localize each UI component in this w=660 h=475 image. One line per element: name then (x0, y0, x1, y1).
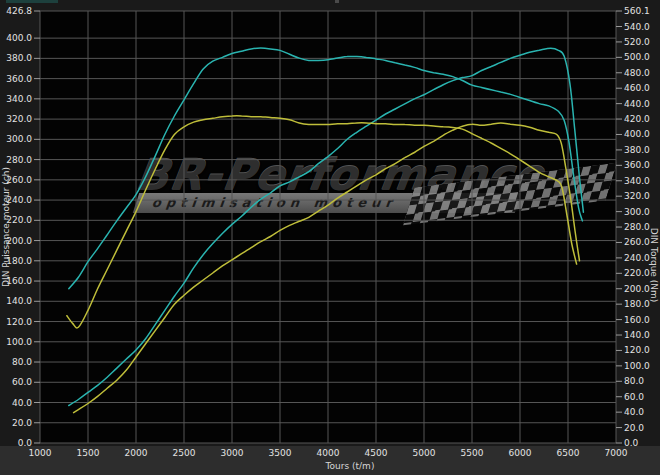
x-axis-tick-label: 4000 (317, 448, 340, 458)
x-axis-tick-label: 7000 (605, 448, 628, 458)
right-axis-tick-label: 320.0 (624, 191, 650, 201)
right-axis-tick-label: 160.0 (624, 315, 650, 325)
left-axis-tick-label: 40.0 (12, 398, 32, 408)
left-axis-tick-label: 80.0 (12, 357, 32, 367)
dyno-curves (67, 48, 584, 413)
right-axis-tick-label: 280.0 (624, 222, 650, 232)
x-axis-tick-label: 2500 (173, 448, 196, 458)
right-axis-tick-label: 420.0 (624, 114, 650, 124)
left-axis-tick-label: 0.0 (18, 438, 33, 448)
right-axis-tick-label: 400.0 (624, 129, 650, 139)
left-axis-tick-label: 140.0 (6, 296, 32, 306)
x-axis-title: Tours (t/m) (325, 461, 375, 471)
left-axis-tick-label: 400.0 (6, 33, 32, 43)
right-axis-tick-label: 180.0 (624, 299, 650, 309)
x-axis-tick-label: 1000 (29, 448, 52, 458)
left-axis-tick-label: 20.0 (12, 418, 32, 428)
right-axis-tick-label: 200.0 (624, 284, 650, 294)
left-axis-tick-label: 340.0 (6, 94, 32, 104)
right-axis-tick-label: 60.0 (624, 392, 644, 402)
right-axis-tick-label: 540.0 (624, 22, 650, 32)
right-axis-tick-label: 440.0 (624, 99, 650, 109)
left-axis-tick-label: 100.0 (6, 337, 32, 347)
curve-torque-stock (67, 116, 577, 328)
x-axis-tick-label: 3000 (221, 448, 244, 458)
x-axis-tick-label: 1500 (77, 448, 100, 458)
x-axis-tick-label: 2000 (125, 448, 148, 458)
right-axis-tick-label: 260.0 (624, 237, 650, 247)
left-axis-tick-label: 280.0 (6, 155, 32, 165)
gridlines (40, 11, 616, 443)
left-axis-tick-label: 426.8 (6, 6, 32, 16)
right-axis-tick-label: 100.0 (624, 361, 650, 371)
right-axis-tick-label: 140.0 (624, 330, 650, 340)
left-axis-tick-label: 60.0 (12, 377, 32, 387)
right-axis-tick-label: 240.0 (624, 253, 650, 263)
left-axis-tick-label: 300.0 (6, 134, 32, 144)
right-axis-tick-label: 220.0 (624, 268, 650, 278)
left-axis-tick-label: 360.0 (6, 74, 32, 84)
right-axis-tick-label: 340.0 (624, 176, 650, 186)
x-axis-tick-label: 3500 (269, 448, 292, 458)
curve-power-tuned (69, 48, 584, 405)
x-axis-tick-label: 6500 (557, 448, 580, 458)
curve-torque-tuned (69, 48, 583, 289)
right-axis-tick-label: 20.0 (624, 423, 644, 433)
right-axis-tick-label: 460.0 (624, 83, 650, 93)
x-axis-tick-label: 5000 (413, 448, 436, 458)
left-axis-tick-label: 380.0 (6, 53, 32, 63)
right-axis-tick-label: 120.0 (624, 345, 650, 355)
right-axis-tick-label: 360.0 (624, 160, 650, 170)
dyno-chart: 426.8400.0380.0360.0340.0320.0300.0280.0… (0, 0, 660, 475)
left-axis-title: DIN Puissance moteur (ch) (1, 167, 11, 287)
x-axis-tick-label: 4500 (365, 448, 388, 458)
x-axis-tick-label: 6000 (509, 448, 532, 458)
x-axis-tick-label: 5500 (461, 448, 484, 458)
left-axis-tick-label: 320.0 (6, 114, 32, 124)
right-axis-title: DIN Torque (Nm) (649, 228, 659, 303)
right-axis-tick-label: 560.1 (624, 6, 650, 16)
right-axis-tick-label: 380.0 (624, 145, 650, 155)
right-axis-tick-label: 300.0 (624, 207, 650, 217)
right-axis-tick-label: 520.0 (624, 37, 650, 47)
right-axis-tick-label: 80.0 (624, 376, 644, 386)
right-axis-tick-label: 0.0 (624, 438, 639, 448)
right-axis-tick-label: 500.0 (624, 52, 650, 62)
right-axis-tick-label: 480.0 (624, 68, 650, 78)
right-axis-tick-label: 40.0 (624, 407, 644, 417)
left-axis-tick-label: 120.0 (6, 317, 32, 327)
curve-power-stock (74, 123, 580, 413)
dyno-chart-screen: BR-Performance optimisation moteur 426.8… (0, 0, 660, 475)
